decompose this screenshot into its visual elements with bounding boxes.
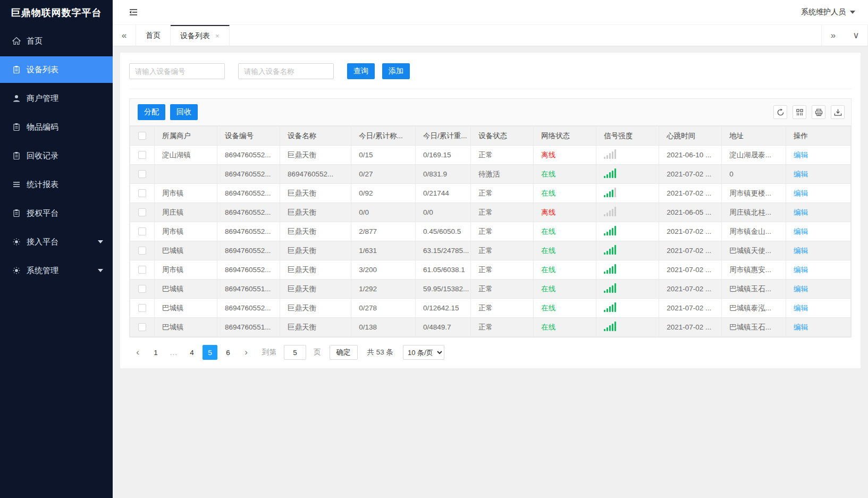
refresh-icon[interactable] [773,105,787,119]
table-row: 周市镇8694760552...巨鼎天衡2/8770.45/6050.5正常在线… [130,222,851,241]
cell-address: 淀山湖晟泰... [722,146,786,165]
sidebar-collapse-icon[interactable] [128,6,139,18]
printer-icon[interactable] [812,105,825,119]
row-checkbox[interactable] [138,170,146,178]
search-buttons: 查询 添加 [347,63,410,79]
page-4[interactable]: 4 [184,345,199,360]
gear-icon [12,266,21,275]
device-name-input[interactable] [238,63,334,79]
tab-label: 设备列表 [180,31,210,41]
gear-icon [12,237,21,247]
cell-device_status: 正常 [471,203,534,222]
prev-page-icon[interactable]: ‹ [130,345,145,360]
tab-1[interactable]: 设备列表× [171,25,230,46]
row-checkbox[interactable] [138,323,146,331]
cell-network-status: 在线 [534,280,596,299]
cell-count: 0/92 [351,184,416,203]
cell-address: 周市镇更楼... [722,184,786,203]
edit-link[interactable]: 编辑 [794,247,808,255]
cell-heartbeat: 2021-07-02 ... [659,260,722,280]
edit-link[interactable]: 编辑 [794,208,808,216]
cell-device_status: 正常 [471,299,534,318]
user-dropdown[interactable]: 系统维护人员 [801,7,855,17]
cell-device_name: 巨鼎天衡 [280,280,351,299]
sidebar-item-5[interactable]: 统计报表 [0,171,113,198]
cell-heartbeat: 2021-07-02 ... [659,165,722,184]
sidebar-item-4[interactable]: 回收记录 [0,142,113,169]
cell-network-status: 在线 [534,184,596,203]
page-size-select[interactable]: 10 条/页 [403,345,444,360]
cell-signal [596,184,659,203]
page-5[interactable]: 5 [203,345,217,360]
row-checkbox[interactable] [138,189,146,197]
cell-signal [596,280,659,299]
assign-button[interactable]: 分配 [138,104,165,120]
sidebar-item-label: 接入平台 [27,237,58,247]
select-all-checkbox[interactable] [138,132,146,140]
row-checkbox[interactable] [138,304,146,312]
cell-device_name: 巨鼎天衡 [280,146,351,165]
jump-page-input[interactable] [284,345,306,360]
jump-label: 到第 [262,348,276,357]
add-button[interactable]: 添加 [382,63,410,79]
tabs-scroll-left-icon[interactable]: « [113,25,136,46]
edit-link[interactable]: 编辑 [794,170,808,178]
edit-link[interactable]: 编辑 [794,266,808,274]
clipboard-icon [12,122,21,132]
sidebar-item-3[interactable]: 物品编码 [0,114,113,140]
row-checkbox[interactable] [138,151,146,159]
next-page-icon[interactable]: › [239,345,254,360]
edit-link[interactable]: 编辑 [794,304,808,312]
signal-bars-icon [604,207,616,216]
confirm-jump-button[interactable]: 确定 [330,345,358,360]
edit-link[interactable]: 编辑 [794,323,808,331]
sidebar-item-7[interactable]: 接入平台 [0,229,113,255]
device-number-input[interactable] [129,63,225,79]
cell-weight: 63.15/24785... [415,241,470,260]
cell-address: 巴城镇玉石... [722,318,786,337]
cell-signal [596,165,659,184]
sidebar-item-0[interactable]: 首页 [0,28,113,54]
cell-device_no: 8694760552... [217,184,280,203]
row-checkbox[interactable] [138,285,146,293]
column-header-6: 网络状态 [534,126,596,146]
edit-link[interactable]: 编辑 [794,227,808,235]
cell-address: 周市镇惠安... [722,260,786,280]
tabs-scroll-right-icon[interactable]: » [821,25,845,46]
download-icon[interactable] [831,105,845,119]
edit-link[interactable]: 编辑 [794,285,808,293]
tab-close-icon[interactable]: × [215,32,220,40]
signal-bars-icon [604,188,616,197]
user-icon [12,94,21,103]
recycle-button[interactable]: 回收 [170,104,198,120]
query-button[interactable]: 查询 [347,63,375,79]
sidebar-item-8[interactable]: 系统管理 [0,257,113,284]
cell-count: 3/200 [351,260,416,280]
cell-weight: 0/831.9 [415,165,470,184]
table-row: 周市镇8694760552...巨鼎天衡0/920/21744正常在线2021-… [130,184,851,203]
table-container: 分配 回收 所属商户设备编号设备名称今日/累计称...今日/累计重...设备状态… [129,98,852,337]
sidebar-item-2[interactable]: 商户管理 [0,85,113,112]
cell-device_status: 正常 [471,146,534,165]
edit-link[interactable]: 编辑 [794,189,808,197]
cell-device_no: 8694760552... [217,299,280,318]
cell-device_name: 巨鼎天衡 [280,299,351,318]
cell-weight: 0/21744 [415,184,470,203]
sidebar-item-label: 回收记录 [27,151,58,161]
row-checkbox[interactable] [138,208,146,216]
columns-icon[interactable] [793,105,806,119]
tabs-menu-icon[interactable]: ∨ [845,25,868,46]
cell-network-status: 在线 [534,241,596,260]
edit-link[interactable]: 编辑 [794,151,808,159]
row-checkbox[interactable] [138,227,146,235]
tabs: 首页设备列表× [136,25,230,46]
cell-heartbeat: 2021-07-02 ... [659,241,722,260]
row-checkbox[interactable] [138,247,146,255]
page-1[interactable]: 1 [148,345,163,360]
sidebar-item-label: 首页 [27,36,43,46]
tab-0[interactable]: 首页 [136,25,171,46]
row-checkbox[interactable] [138,266,146,274]
page-6[interactable]: 6 [221,345,235,360]
sidebar-item-1[interactable]: 设备列表 [0,56,113,83]
sidebar-item-6[interactable]: 授权平台 [0,200,113,226]
